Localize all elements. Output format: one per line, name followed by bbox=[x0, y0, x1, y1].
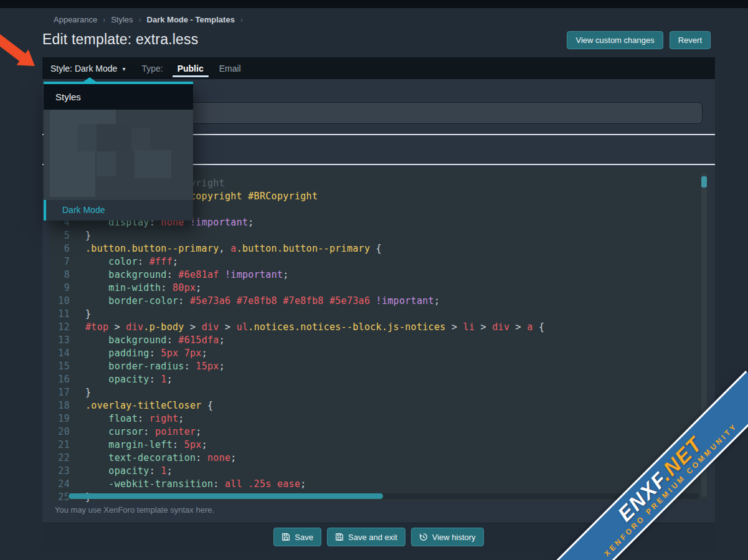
code-line: 10 border-color: #5e73a6 #7e8fb8 #7e8fb8… bbox=[50, 295, 709, 308]
line-number: 13 bbox=[50, 334, 78, 347]
tab-public[interactable]: Public bbox=[176, 57, 205, 79]
breadcrumb-dark-mode-templates[interactable]: Dark Mode - Templates bbox=[147, 15, 235, 24]
line-number: 5 bbox=[50, 229, 78, 242]
save-and-exit-button-label: Save and exit bbox=[348, 533, 397, 542]
line-number: 7 bbox=[50, 255, 78, 268]
style-preview-thumbnail[interactable] bbox=[44, 110, 193, 200]
line-number: 22 bbox=[50, 452, 78, 465]
line-number: 11 bbox=[50, 308, 78, 321]
line-number: 12 bbox=[50, 321, 78, 334]
line-number: 19 bbox=[50, 412, 78, 425]
code-line: 13 background: #615dfa; bbox=[50, 334, 709, 347]
style-selector[interactable]: Style: Dark Mode ▾ bbox=[42, 57, 134, 79]
vertical-scrollbar-thumb[interactable] bbox=[701, 176, 707, 187]
breadcrumb: Appearance › Styles › Dark Mode - Templa… bbox=[54, 15, 243, 24]
code-line: 23 opacity: 1; bbox=[50, 465, 709, 478]
breadcrumb-separator: › bbox=[103, 16, 105, 24]
code-line: 14 padding: 5px 7px; bbox=[50, 347, 709, 360]
tab-email[interactable]: Email bbox=[218, 57, 242, 79]
line-number: 6 bbox=[50, 242, 78, 255]
dropdown-pointer bbox=[44, 82, 193, 84]
code-line: 12#top > div.p-body > div > ul.notices.n… bbox=[50, 321, 709, 334]
view-custom-changes-button[interactable]: View custom changes bbox=[567, 31, 663, 49]
line-number: 20 bbox=[50, 425, 78, 439]
horizontal-scrollbar[interactable] bbox=[67, 493, 699, 499]
style-selector-label: Style: Dark Mode bbox=[50, 64, 117, 74]
preview-block bbox=[131, 128, 150, 151]
code-line: 18.overlay-titleCloser { bbox=[50, 399, 709, 412]
code-line: 16 opacity: 1; bbox=[50, 373, 709, 386]
preview-block bbox=[50, 110, 116, 124]
header-actions: View custom changes Revert bbox=[567, 31, 711, 49]
line-number: 21 bbox=[50, 439, 78, 452]
line-number: 10 bbox=[50, 295, 78, 308]
line-number: 8 bbox=[50, 268, 78, 282]
line-number: 9 bbox=[50, 282, 78, 295]
line-number: 24 bbox=[50, 478, 78, 491]
type-label: Type: bbox=[141, 57, 163, 79]
view-history-button[interactable]: View history bbox=[411, 528, 484, 546]
code-line: 5} bbox=[50, 229, 709, 242]
line-number: 17 bbox=[50, 386, 78, 399]
syntax-hint: You may use XenForo template syntax here… bbox=[55, 505, 214, 515]
horizontal-scrollbar-thumb[interactable] bbox=[69, 493, 383, 499]
save-icon bbox=[282, 533, 290, 541]
annotation-arrow-icon bbox=[0, 25, 44, 69]
history-icon bbox=[419, 533, 428, 541]
breadcrumb-styles[interactable]: Styles bbox=[111, 15, 133, 24]
code-line: 11} bbox=[50, 308, 709, 321]
save-button-label: Save bbox=[295, 533, 313, 542]
code-line: 22 text-decoration: none; bbox=[50, 452, 709, 465]
code-line: 9 min-width: 80px; bbox=[50, 282, 709, 295]
style-option-dark-mode[interactable]: Dark Mode bbox=[44, 200, 193, 221]
code-line: 19 float: right; bbox=[50, 412, 709, 425]
preview-block bbox=[97, 126, 131, 151]
breadcrumb-separator: › bbox=[240, 16, 243, 24]
styles-dropdown-header: Styles bbox=[44, 84, 193, 110]
chevron-down-icon: ▾ bbox=[122, 65, 125, 72]
code-lines: 1// Hide footer copyright2#footer .p-foo… bbox=[50, 177, 709, 502]
preview-block bbox=[97, 151, 116, 176]
line-number: 23 bbox=[50, 465, 78, 478]
code-line: 20 cursor: pointer; bbox=[50, 425, 709, 439]
save-button[interactable]: Save bbox=[273, 528, 321, 546]
revert-button[interactable]: Revert bbox=[670, 31, 711, 49]
line-number: 18 bbox=[50, 399, 78, 412]
code-line: 8 background: #6e81af !important; bbox=[50, 268, 709, 282]
template-tab-bar: Style: Dark Mode ▾ Type: Public Email bbox=[42, 57, 715, 79]
code-line: 17} bbox=[50, 386, 709, 399]
styles-dropdown-menu: Styles Dark Mode bbox=[44, 82, 193, 221]
line-number: 16 bbox=[50, 373, 78, 386]
line-number: 15 bbox=[50, 360, 78, 373]
breadcrumb-appearance[interactable]: Appearance bbox=[54, 15, 97, 24]
code-line: 15 border-radius: 15px; bbox=[50, 360, 709, 373]
preview-block bbox=[78, 124, 97, 151]
code-line: 21 margin-left: 5px; bbox=[50, 439, 709, 452]
xenforo-admin-template-editor: Appearance › Styles › Dark Mode - Templa… bbox=[0, 0, 748, 560]
preview-block bbox=[135, 150, 171, 178]
line-number: 14 bbox=[50, 347, 78, 360]
page-title: Edit template: extra.less bbox=[42, 31, 198, 48]
save-icon bbox=[335, 533, 344, 541]
view-history-button-label: View history bbox=[432, 533, 476, 542]
code-line: 7 color: #fff; bbox=[50, 255, 709, 268]
breadcrumb-separator: › bbox=[139, 16, 141, 24]
top-header-bar bbox=[0, 0, 748, 8]
code-line: 6.button.button--primary, a.button.butto… bbox=[50, 242, 709, 255]
code-line: 24 -webkit-transition: all .25s ease; bbox=[50, 478, 709, 491]
save-and-exit-button[interactable]: Save and exit bbox=[327, 528, 405, 546]
